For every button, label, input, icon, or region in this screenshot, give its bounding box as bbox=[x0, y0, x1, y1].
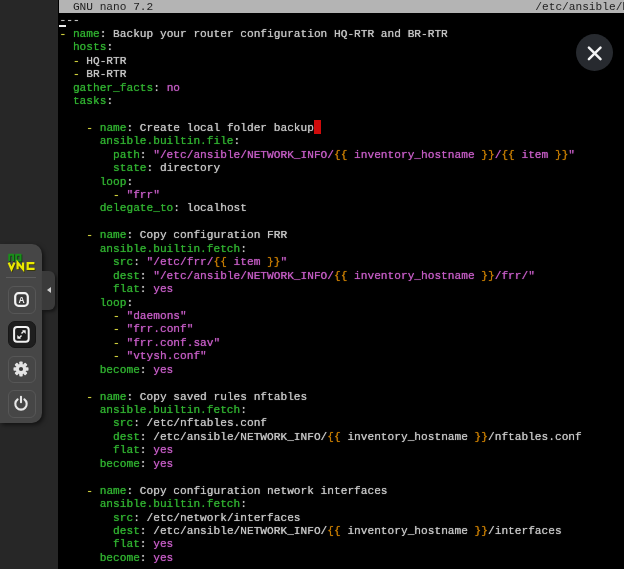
svg-text:A: A bbox=[18, 295, 24, 305]
